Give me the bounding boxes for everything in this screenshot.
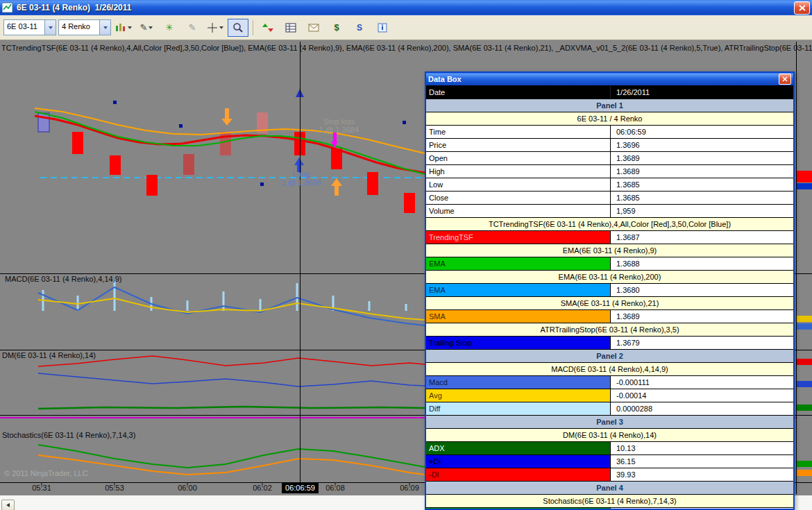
magnifier-icon: [232, 22, 244, 33]
time-axis-label[interactable]: 06:02: [247, 484, 278, 492]
databox-row: TrendingTSF1.3687: [426, 231, 793, 244]
time-axis-label[interactable]: 06:09: [394, 484, 425, 492]
edit-disabled-button[interactable]: ✎: [182, 19, 203, 37]
databox-row-label: D: [426, 508, 611, 509]
close-icon: [782, 76, 788, 82]
databox-row-label: EMA: [426, 257, 611, 270]
indicator-header: TCTrendingTSF(6E 03-11 (4 Renko),4,All,C…: [1, 44, 812, 52]
databox-row: -DI39.93: [426, 468, 793, 482]
dropdown-arrow-icon[interactable]: [44, 20, 56, 35]
databox-header-row: Stochastics(6E 03-11 (4 Renko),7,14,3): [426, 495, 793, 508]
databox-row-label: ADX: [426, 442, 611, 454]
databox-header-row: DM(6E 03-11 (4 Renko),14): [426, 429, 793, 442]
time-axis-label[interactable]: 06:08: [320, 484, 350, 492]
long-entry-annotation: Long 1 @ 1.3696: [273, 170, 329, 187]
databox-row: High1.3689: [426, 165, 793, 178]
databox-row: +DI36.15: [426, 455, 793, 468]
databox-titlebar[interactable]: Data Box: [426, 73, 793, 85]
databox-row-value: 10.13: [611, 442, 793, 454]
macd-panel-label: MACD(6E 03-11 (4 Renko),4,14,9): [5, 275, 122, 283]
gray-pencil-icon: ✎: [189, 23, 196, 32]
databox-row-label: +DI: [426, 455, 611, 468]
stoch-k-line: [38, 455, 425, 475]
app-icon: [2, 2, 13, 13]
databox-row-value: 1.3689: [611, 165, 793, 178]
time-axis-label[interactable]: 05:31: [26, 484, 57, 492]
databox-row: Date1/26/2011: [426, 86, 793, 99]
stochastics-panel-label: Stochastics(6E 03-11 (4 Renko),7,14,3): [2, 431, 135, 439]
databox-row: Volume1,959: [426, 205, 793, 218]
data-box-button[interactable]: [280, 19, 301, 37]
databox-row: Open1.3689: [426, 152, 793, 165]
databox-row-value: 06:06:59: [611, 126, 793, 138]
instrument-value: 6E 03-11: [4, 20, 44, 35]
databox-row-label: TrendingTSF: [426, 231, 611, 244]
window-titlebar[interactable]: 6E 03-11 (4 Renko) 1/26/2011: [0, 0, 812, 15]
strategies-button[interactable]: S: [349, 19, 370, 37]
stop-loss-annotation: Stop loss 1 @ 1.3684: [306, 117, 372, 134]
adxvma-dots: [113, 101, 406, 186]
databox-row-value: 39.93: [611, 468, 793, 481]
databox-close-button[interactable]: [779, 74, 791, 85]
databox-title: Data Box: [428, 75, 462, 83]
down-arrow-marker: [221, 108, 232, 126]
macd-line: [38, 287, 425, 325]
databox-row: Close1.3685: [426, 192, 793, 205]
databox-header-row: Panel 3: [426, 416, 793, 429]
interval-value: 4 Renko: [59, 20, 99, 35]
macd-histogram: [43, 281, 406, 311]
time-axis-label[interactable]: 06:00: [172, 484, 203, 492]
zoom-button[interactable]: [228, 19, 248, 37]
databox-row-label: Low: [426, 178, 611, 191]
databox-row-label: Close: [426, 192, 611, 204]
data-box-icon: [285, 22, 296, 33]
databox-row: EMA1.3688: [426, 257, 793, 271]
databox-row-value: 1.3680: [611, 284, 793, 296]
chart-trader-button[interactable]: [257, 19, 278, 37]
strategy-icon: S: [357, 24, 362, 32]
databox-row-label: Diff: [426, 402, 611, 415]
drawing-tools-button[interactable]: ✎: [136, 19, 157, 37]
databox-row-label: Volume: [426, 205, 611, 217]
chevron-down-icon: [128, 26, 132, 29]
account-data-button[interactable]: $: [326, 19, 347, 37]
scroll-left-button[interactable]: [1, 500, 15, 510]
databox-header-row: EMA(6E 03-11 (4 Renko),9): [426, 244, 793, 257]
databox-header-row: 6E 03-11 / 4 Renko: [426, 112, 793, 126]
databox-row: Avg-0.00014: [426, 389, 793, 402]
crosshair-icon: [207, 22, 218, 33]
chart-style-button[interactable]: [113, 19, 134, 37]
toolbar-separator: [253, 20, 253, 35]
databox-window[interactable]: Data Box Date1/26/2011Panel 16E 03-11 / …: [425, 71, 795, 510]
databox-row-label: Price: [426, 139, 611, 151]
envelope-icon: [308, 22, 319, 33]
add-object-button[interactable]: ✳: [159, 19, 180, 37]
time-axis-label[interactable]: 05:53: [99, 484, 130, 492]
cursor-mode-button[interactable]: [205, 19, 226, 37]
long-label: Long: [273, 170, 329, 178]
databox-row-value: 1.3689: [611, 152, 793, 164]
interval-selector[interactable]: 4 Renko: [58, 19, 111, 35]
databox-row-label: SMA: [426, 310, 611, 323]
databox-row-value: 1.3679: [611, 337, 793, 349]
toolbar: 6E 03-11 4 Renko ✎ ✳ ✎: [0, 15, 812, 40]
pencil-icon: ✎: [140, 23, 148, 32]
databox-row: EMA1.3680: [426, 284, 793, 297]
databox-row-label: Open: [426, 152, 611, 164]
databox-header-row: EMA(6E 03-11 (4 Renko),200): [426, 271, 793, 284]
databox-row: Macd-0.000111: [426, 376, 793, 389]
databox-row-value: 1/26/2011: [611, 86, 793, 99]
ninjatrader-chart-window: 6E 03-11 (4 Renko) 1/26/2011 6E 03-11 4 …: [0, 0, 812, 510]
databox-row: D: [426, 508, 793, 509]
databox-row-value: 1.3688: [611, 257, 793, 270]
databox-row-value: -0.00014: [611, 389, 793, 402]
send-mail-button[interactable]: [303, 19, 324, 37]
chart-trader-icon: [262, 22, 273, 33]
databox-row-value: 36.15: [611, 455, 793, 468]
window-close-button[interactable]: [794, 1, 810, 15]
chevron-down-icon: [149, 26, 153, 29]
dropdown-arrow-icon[interactable]: [99, 20, 110, 35]
instrument-selector[interactable]: 6E 03-11: [3, 19, 56, 35]
properties-button[interactable]: [372, 19, 393, 37]
databox-header-row: SMA(6E 03-11 (4 Renko),21): [426, 297, 793, 310]
